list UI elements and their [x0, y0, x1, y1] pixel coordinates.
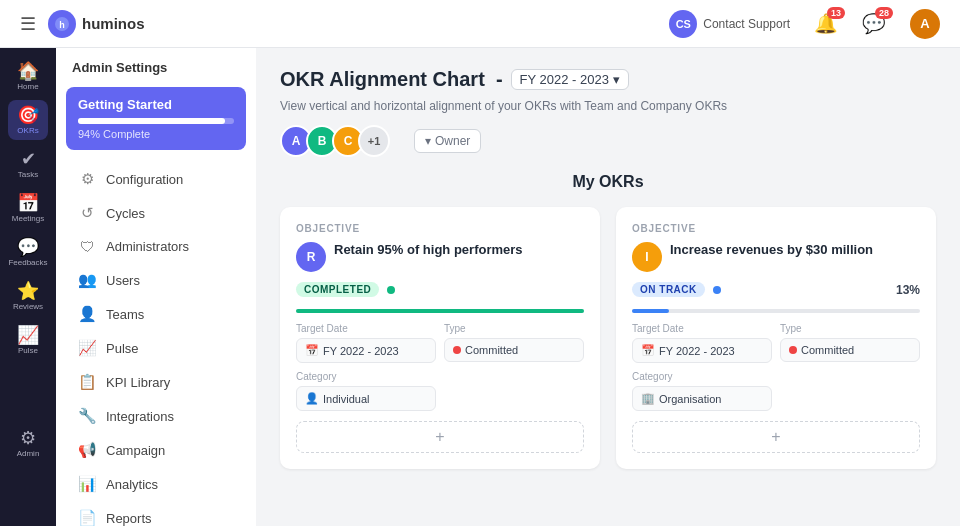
meetings-icon: 📅 — [17, 194, 39, 212]
type-dot-2 — [789, 346, 797, 354]
chat-button[interactable]: 💬 28 — [862, 12, 886, 35]
category-group-1: Category 👤 Individual — [296, 371, 436, 411]
admin-icon: ⚙ — [20, 429, 36, 447]
category-group-2: Category 🏢 Organisation — [632, 371, 772, 411]
sidebar-item-configuration[interactable]: ⚙ Configuration — [62, 162, 250, 196]
sidebar-item-label: Reports — [106, 511, 152, 526]
main-content: OKR Alignment Chart - FY 2022 - 2023 ▾ V… — [256, 48, 960, 526]
status-badge-2: ON TRACK — [632, 282, 705, 297]
nav-feedbacks[interactable]: 💬 Feedbacks — [8, 232, 48, 272]
sidebar-header: Admin Settings — [56, 60, 256, 87]
sidebar-item-integrations[interactable]: 🔧 Integrations — [62, 399, 250, 433]
okr-avatar-1: R — [296, 242, 326, 272]
analytics-icon: 📊 — [78, 475, 96, 493]
okr-fields-2: Target Date 📅 FY 2022 - 2023 Type — [632, 323, 920, 411]
fy-badge[interactable]: FY 2022 - 2023 ▾ — [511, 69, 629, 90]
individual-icon: 👤 — [305, 392, 319, 405]
sidebar-item-pulse[interactable]: 📈 Pulse — [62, 331, 250, 365]
notification-button[interactable]: 🔔 13 — [814, 12, 838, 35]
status-badge-1: COMPLETED — [296, 282, 379, 297]
target-date-value-2: 📅 FY 2022 - 2023 — [632, 338, 772, 363]
sidebar-item-label: Teams — [106, 307, 144, 322]
okr-cards: OBJECTIVE R Retain 95% of high performer… — [280, 207, 936, 469]
page-title-row: OKR Alignment Chart - FY 2022 - 2023 ▾ — [280, 68, 936, 91]
progress-fill-1 — [296, 309, 584, 313]
kpi-library-icon: 📋 — [78, 373, 96, 391]
tasks-icon: ✔ — [21, 150, 36, 168]
add-btn-2[interactable]: + — [632, 421, 920, 453]
nav-tasks[interactable]: ✔ Tasks — [8, 144, 48, 184]
objective-label-2: OBJECTIVE — [632, 223, 920, 234]
status-bar-2: ON TRACK 13% — [632, 282, 920, 297]
chat-badge: 28 — [875, 7, 893, 19]
status-dot-1 — [387, 286, 395, 294]
type-group-2: Type Committed — [780, 323, 920, 363]
sidebar-item-users[interactable]: 👥 Users — [62, 263, 250, 297]
avatar-more[interactable]: +1 — [358, 125, 390, 157]
svg-text:h: h — [59, 20, 65, 30]
sidebar-item-label: Campaign — [106, 443, 165, 458]
add-btn-1[interactable]: + — [296, 421, 584, 453]
sidebar: Admin Settings Getting Started 94% Compl… — [56, 48, 256, 526]
sidebar-item-label: Analytics — [106, 477, 158, 492]
organisation-icon: 🏢 — [641, 392, 655, 405]
pulse-nav-icon: 📈 — [78, 339, 96, 357]
page-header: OKR Alignment Chart - FY 2022 - 2023 ▾ V… — [280, 68, 936, 157]
nav-home[interactable]: 🏠 Home — [8, 56, 48, 96]
progress-fill-2 — [632, 309, 669, 313]
sidebar-item-administrators[interactable]: 🛡 Administrators — [62, 230, 250, 263]
chevron-down-icon: ▾ — [613, 72, 620, 87]
target-date-group-2: Target Date 📅 FY 2022 - 2023 — [632, 323, 772, 363]
nav-pulse[interactable]: 📈 Pulse — [8, 320, 48, 360]
user-avatar[interactable]: A — [910, 9, 940, 39]
type-dot-1 — [453, 346, 461, 354]
sidebar-item-label: Administrators — [106, 239, 189, 254]
page-subtitle: View vertical and horizontal alignment o… — [280, 99, 936, 113]
okr-card-title-2: Increase revenues by $30 million — [670, 242, 873, 259]
integrations-icon: 🔧 — [78, 407, 96, 425]
icon-nav: 🏠 Home 🎯 OKRs ✔ Tasks 📅 Meetings 💬 Feedb… — [0, 48, 56, 526]
type-group-1: Type Committed — [444, 323, 584, 363]
sidebar-item-teams[interactable]: 👤 Teams — [62, 297, 250, 331]
cycles-icon: ↺ — [78, 204, 96, 222]
content-area: OKR Alignment Chart - FY 2022 - 2023 ▾ V… — [256, 48, 960, 526]
okr-card-title-row-2: I Increase revenues by $30 million — [632, 242, 920, 272]
sidebar-item-reports[interactable]: 📄 Reports — [62, 501, 250, 526]
page-title: OKR Alignment Chart - — [280, 68, 503, 91]
getting-started-title: Getting Started — [78, 97, 234, 112]
menu-icon[interactable]: ☰ — [20, 13, 36, 35]
status-dot-2 — [713, 286, 721, 294]
target-date-group-1: Target Date 📅 FY 2022 - 2023 — [296, 323, 436, 363]
nav-reviews[interactable]: ⭐ Reviews — [8, 276, 48, 316]
owner-filter[interactable]: ▾ Owner — [414, 129, 481, 153]
notification-badge: 13 — [827, 7, 845, 19]
sidebar-item-kpi-library[interactable]: 📋 KPI Library — [62, 365, 250, 399]
sidebar-item-analytics[interactable]: 📊 Analytics — [62, 467, 250, 501]
status-bar-1: COMPLETED — [296, 282, 584, 297]
progress-bg-2 — [632, 309, 920, 313]
nav-admin[interactable]: ⚙ Admin — [8, 423, 48, 463]
logo-text: huminos — [82, 15, 145, 32]
progress-bar-bg — [78, 118, 234, 124]
support-avatar: CS — [669, 10, 697, 38]
okr-card-2: OBJECTIVE I Increase revenues by $30 mil… — [616, 207, 936, 469]
type-value-1: Committed — [444, 338, 584, 362]
objective-label-1: OBJECTIVE — [296, 223, 584, 234]
okrs-icon: 🎯 — [17, 106, 39, 124]
nav-okrs[interactable]: 🎯 OKRs — [8, 100, 48, 140]
sidebar-item-cycles[interactable]: ↺ Cycles — [62, 196, 250, 230]
feedbacks-icon: 💬 — [17, 238, 39, 256]
sidebar-item-label: Integrations — [106, 409, 174, 424]
reports-icon: 📄 — [78, 509, 96, 526]
campaign-icon: 📢 — [78, 441, 96, 459]
okr-fields-1: Target Date 📅 FY 2022 - 2023 Type — [296, 323, 584, 411]
my-okrs-title: My OKRs — [280, 173, 936, 191]
contact-support-button[interactable]: CS Contact Support — [669, 10, 790, 38]
okr-card-1: OBJECTIVE R Retain 95% of high performer… — [280, 207, 600, 469]
nav-meetings[interactable]: 📅 Meetings — [8, 188, 48, 228]
okr-card-title-1: Retain 95% of high performers — [334, 242, 523, 259]
logo-area: h huminos — [48, 10, 145, 38]
progress-label: 94% Complete — [78, 128, 234, 140]
getting-started-section[interactable]: Getting Started 94% Complete — [66, 87, 246, 150]
sidebar-item-campaign[interactable]: 📢 Campaign — [62, 433, 250, 467]
